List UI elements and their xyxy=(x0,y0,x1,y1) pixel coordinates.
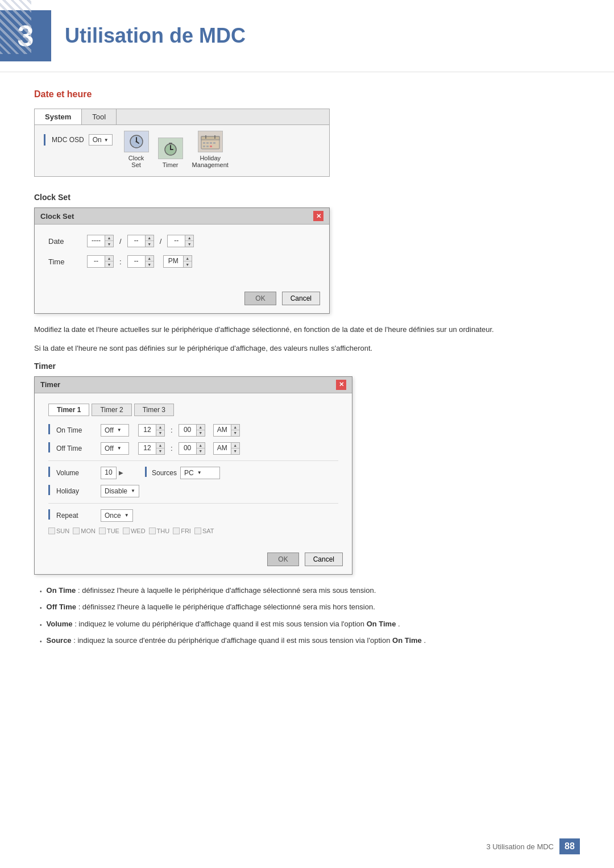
time-field-1[interactable]: -- ▲ ▼ xyxy=(87,255,114,268)
off-time-min-down[interactable]: ▼ xyxy=(197,448,205,454)
date-spinner-2[interactable]: ▲ ▼ xyxy=(146,235,154,247)
timer-tab-3[interactable]: Timer 3 xyxy=(134,404,174,416)
timer-dialog-title: Timer xyxy=(40,380,60,389)
time-down-2[interactable]: ▼ xyxy=(146,261,154,267)
date-down-1[interactable]: ▼ xyxy=(105,241,113,247)
off-time-ampm[interactable]: AM ▲ ▼ xyxy=(213,442,240,455)
on-time-ampm-value: AM xyxy=(213,424,231,437)
off-time-min-up[interactable]: ▲ xyxy=(197,443,205,448)
off-time-hour-value: 12 xyxy=(138,442,156,455)
day-sat[interactable]: SAT xyxy=(194,528,214,534)
time-value-2: -- xyxy=(127,255,146,268)
clock-set-cancel-button[interactable]: Cancel xyxy=(282,292,320,305)
system-body: MDC OSD On ▼ ClockSet xyxy=(35,125,329,176)
sun-checkbox[interactable] xyxy=(48,528,55,534)
time-field-2[interactable]: -- ▲ ▼ xyxy=(127,255,154,268)
date-down-3[interactable]: ▼ xyxy=(185,241,193,247)
off-time-hour-down[interactable]: ▼ xyxy=(156,448,164,454)
thu-checkbox[interactable] xyxy=(149,528,156,534)
off-time-hour[interactable]: 12 ▲ ▼ xyxy=(138,442,165,455)
bullet-item-on-time: • On Time : définissez l'heure à laquell… xyxy=(40,585,580,596)
day-mon[interactable]: MON xyxy=(73,528,96,534)
repeat-dropdown[interactable]: Once ▼ xyxy=(101,509,133,522)
on-time-min[interactable]: 00 ▲ ▼ xyxy=(179,424,205,437)
ampm-field[interactable]: PM ▲ ▼ xyxy=(163,255,192,268)
date-field-1[interactable]: ---- ▲ ▼ xyxy=(87,235,114,247)
date-field-3[interactable]: -- ▲ ▼ xyxy=(167,235,194,247)
timer-close-button[interactable]: ✕ xyxy=(336,380,346,390)
day-thu[interactable]: THU xyxy=(149,528,170,534)
off-time-ampm-down[interactable]: ▼ xyxy=(231,448,239,454)
time-up-1[interactable]: ▲ xyxy=(105,256,113,261)
date-up-3[interactable]: ▲ xyxy=(185,235,193,241)
tab-tool[interactable]: Tool xyxy=(82,109,117,124)
on-time-hour-spinner[interactable]: ▲ ▼ xyxy=(156,424,165,437)
holiday-dropdown[interactable]: Disable ▼ xyxy=(101,485,139,497)
timer-cancel-button[interactable]: Cancel xyxy=(305,553,343,566)
on-time-ampm-up[interactable]: ▲ xyxy=(231,425,239,430)
sources-group: Sources PC ▼ xyxy=(145,467,220,479)
date-down-2[interactable]: ▼ xyxy=(146,241,154,247)
on-time-dropdown[interactable]: Off ▼ xyxy=(101,424,129,437)
time-spinner-1[interactable]: ▲ ▼ xyxy=(105,255,114,268)
day-sun[interactable]: SUN xyxy=(48,528,69,534)
day-tue[interactable]: TUE xyxy=(99,528,119,534)
time-spinner-2[interactable]: ▲ ▼ xyxy=(146,255,154,268)
clock-set-titlebar: Clock Set ✕ xyxy=(35,208,329,225)
time-down-1[interactable]: ▼ xyxy=(105,261,113,267)
off-time-min-spinner[interactable]: ▲ ▼ xyxy=(197,442,205,455)
off-time-hour-spinner[interactable]: ▲ ▼ xyxy=(156,442,165,455)
volume-control[interactable]: 10 ▶ xyxy=(101,467,123,479)
on-time-min-down[interactable]: ▼ xyxy=(197,430,205,436)
on-time-ampm-spinner[interactable]: ▲ ▼ xyxy=(231,424,240,437)
tue-checkbox[interactable] xyxy=(99,528,106,534)
holiday-btn[interactable]: HolidayManagement xyxy=(192,131,229,168)
wed-checkbox[interactable] xyxy=(123,528,130,534)
timer-tab-1[interactable]: Timer 1 xyxy=(48,404,89,416)
timer-btn[interactable]: Timer xyxy=(158,138,183,168)
volume-value: 10 xyxy=(101,467,117,479)
clock-set-ok-button[interactable]: OK xyxy=(244,292,276,305)
mon-checkbox[interactable] xyxy=(73,528,80,534)
on-time-hour[interactable]: 12 ▲ ▼ xyxy=(138,424,165,437)
off-time-ampm-spinner[interactable]: ▲ ▼ xyxy=(231,442,240,455)
off-time-ampm-up[interactable]: ▲ xyxy=(231,443,239,448)
on-time-ampm[interactable]: AM ▲ ▼ xyxy=(213,424,240,437)
days-row: SUN MON TUE WED THU xyxy=(48,528,338,534)
date-spinner-3[interactable]: ▲ ▼ xyxy=(185,235,194,247)
fri-checkbox[interactable] xyxy=(173,528,180,534)
date-label: Date xyxy=(48,237,82,246)
day-fri[interactable]: FRI xyxy=(173,528,191,534)
date-up-2[interactable]: ▲ xyxy=(146,235,154,241)
on-time-hour-down[interactable]: ▼ xyxy=(156,430,164,436)
clock-set-close-button[interactable]: ✕ xyxy=(313,211,323,221)
off-time-dropdown[interactable]: Off ▼ xyxy=(101,442,129,455)
off-time-bar xyxy=(48,442,50,452)
ampm-down[interactable]: ▼ xyxy=(184,261,192,267)
time-sep: : xyxy=(119,258,122,266)
on-time-ampm-down[interactable]: ▼ xyxy=(231,430,239,436)
off-time-hour-up[interactable]: ▲ xyxy=(156,443,164,448)
sat-checkbox[interactable] xyxy=(194,528,201,534)
volume-sources-row: Volume 10 ▶ Sources PC ▼ xyxy=(48,467,338,479)
off-time-min[interactable]: 00 ▲ ▼ xyxy=(179,442,205,455)
on-time-min-spinner[interactable]: ▲ ▼ xyxy=(197,424,205,437)
timer-tab-2[interactable]: Timer 2 xyxy=(92,404,131,416)
clock-set-btn[interactable]: ClockSet xyxy=(124,131,149,168)
clock-set-section-title: Clock Set xyxy=(34,193,580,202)
tab-system[interactable]: System xyxy=(35,109,82,124)
on-time-min-up[interactable]: ▲ xyxy=(197,425,205,430)
ampm-spinner[interactable]: ▲ ▼ xyxy=(184,255,192,268)
ampm-up[interactable]: ▲ xyxy=(184,256,192,261)
timer-ok-button[interactable]: OK xyxy=(267,553,298,566)
date-field-2[interactable]: -- ▲ ▼ xyxy=(127,235,154,247)
mdc-osd-dropdown[interactable]: On ▼ xyxy=(89,134,113,146)
date-spinner-1[interactable]: ▲ ▼ xyxy=(105,235,114,247)
day-wed[interactable]: WED xyxy=(123,528,146,534)
time-up-2[interactable]: ▲ xyxy=(146,256,154,261)
sources-dropdown[interactable]: PC ▼ xyxy=(180,467,220,479)
holiday-icon xyxy=(198,131,223,152)
on-time-hour-up[interactable]: ▲ xyxy=(156,425,164,430)
date-up-1[interactable]: ▲ xyxy=(105,235,113,241)
on-time-bold-3: On Time xyxy=(392,636,422,645)
